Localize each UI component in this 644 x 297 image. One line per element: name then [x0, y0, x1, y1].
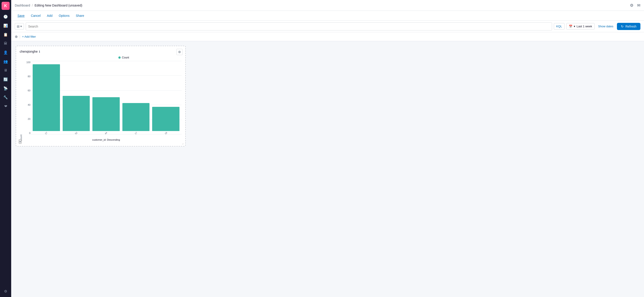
sidebar-icon-tools[interactable]: 🔧	[2, 93, 10, 101]
sidebar-icon-apm[interactable]: ❤	[2, 102, 10, 110]
y-tick-20: 20	[28, 118, 30, 120]
panel-list-button[interactable]: ≡	[19, 139, 22, 144]
main-content: Dashboard / Editing New Dashboard (unsav…	[11, 0, 644, 297]
filter-toggle-icon[interactable]: ⊕	[15, 35, 18, 39]
search-input[interactable]	[28, 25, 550, 28]
breadcrumb-base: Dashboard	[15, 4, 30, 7]
filter-chevron-icon: ▾	[20, 25, 22, 28]
legend-label: Count	[122, 56, 129, 59]
app-logo[interactable]: K	[2, 2, 10, 10]
topbar-icons: ⚙ ✉	[630, 3, 640, 8]
list-icon: ≡	[19, 140, 21, 143]
bar-17	[122, 103, 150, 131]
refresh-icon: ↻	[621, 25, 624, 28]
breadcrumb-separator: /	[32, 4, 33, 7]
panel-title: chenqionghe ℹ	[20, 50, 182, 53]
settings-icon[interactable]: ⚙	[630, 3, 634, 8]
save-button[interactable]: Save	[15, 13, 27, 19]
filterbar: ⊕ | + Add filter	[11, 32, 644, 41]
dashboard-canvas: chenqionghe ℹ ⚙ Count Count 100	[11, 41, 644, 297]
bar-group-18: 18	[152, 61, 180, 134]
x-axis-title: customer_id: Descending	[92, 138, 120, 141]
sidebar-icon-user[interactable]: 👤	[2, 48, 10, 57]
breadcrumb: Dashboard / Editing New Dashboard (unsav…	[15, 4, 82, 7]
chart-content: Count 100 80 60 40 20 0	[23, 56, 182, 141]
sidebar-icon-monitor[interactable]: 🖥	[2, 66, 10, 74]
y-tick-80: 80	[28, 75, 30, 78]
mail-icon[interactable]: ✉	[637, 3, 640, 8]
x-axis-bottom: customer_id: Descending	[30, 134, 182, 141]
sidebar: K 🕐 📊 📋 🏛 👤 👥 🖥 🔄 📡 🔧 ❤ ⚙	[0, 0, 11, 297]
panel-settings-icon: ⚙	[178, 50, 181, 54]
sidebar-icon-dashboard[interactable]: 📊	[2, 22, 10, 30]
add-filter-button[interactable]: + Add filter	[22, 35, 36, 38]
panel-chenqionghe: chenqionghe ℹ ⚙ Count Count 100	[16, 46, 186, 146]
sidebar-icon-clock[interactable]: 🕐	[2, 13, 10, 21]
kql-button[interactable]: KQL	[554, 23, 564, 30]
y-tick-40: 40	[28, 104, 30, 106]
page-title: Editing New Dashboard (unsaved)	[34, 4, 82, 7]
bar-group-17: 17	[122, 61, 150, 134]
options-button[interactable]: Options	[56, 13, 72, 19]
panel-settings-button[interactable]: ⚙	[176, 49, 182, 55]
bar-group-27: 27	[33, 61, 60, 134]
show-dates-button[interactable]: Show dates	[596, 25, 615, 28]
refresh-label: Refresh	[626, 25, 636, 28]
sidebar-icon-settings[interactable]: ⚙	[2, 287, 10, 295]
time-picker[interactable]: 📅 ▾ Last 1 week	[566, 23, 594, 30]
bar-44	[92, 97, 120, 131]
chart-area: Count Count 100 80 60 40 20 0	[20, 56, 182, 141]
panel-info-icon: ℹ	[39, 50, 40, 53]
panel-title-text: chenqionghe	[20, 50, 38, 53]
search-input-wrap[interactable]	[26, 23, 552, 31]
sidebar-icon-canvas[interactable]: 📋	[2, 31, 10, 39]
searchbar: ▤ ▾ KQL 📅 ▾ Last 1 week Show dates ↻ Ref…	[11, 21, 644, 32]
calendar-chevron-icon: ▾	[574, 25, 575, 28]
filter-button[interactable]: ▤ ▾	[15, 23, 24, 30]
filter-separator: |	[20, 35, 20, 39]
bar-27	[33, 64, 60, 131]
sidebar-icon-visualize[interactable]: 🏛	[2, 40, 10, 48]
y-tick-60: 60	[28, 89, 30, 92]
y-axis-label: Count	[20, 56, 22, 141]
legend-dot	[118, 57, 120, 59]
add-button[interactable]: Add	[44, 13, 55, 19]
resize-handle[interactable]: ⌟	[182, 142, 184, 145]
bar-group-52: 52	[63, 61, 90, 134]
sidebar-icon-refresh[interactable]: 🔄	[2, 75, 10, 83]
filter-icon: ▤	[17, 25, 20, 28]
topbar: Dashboard / Editing New Dashboard (unsav…	[11, 0, 644, 11]
calendar-icon: 📅	[569, 25, 572, 28]
bar-18	[152, 107, 180, 131]
y-tick-100: 100	[26, 61, 30, 64]
time-range-label: Last 1 week	[577, 25, 592, 28]
sidebar-icon-users[interactable]: 👥	[2, 57, 10, 65]
cancel-button[interactable]: Cancel	[28, 13, 44, 19]
y-ticks: 100 80 60 40 20 0	[23, 61, 30, 141]
chart-legend: Count	[118, 56, 182, 59]
bars-container: 27 52 44	[30, 61, 182, 134]
bar-52	[63, 96, 90, 131]
sidebar-icon-signal[interactable]: 📡	[2, 84, 10, 92]
editbar: Save Cancel Add Options Share	[11, 11, 644, 21]
chart-inner: 100 80 60 40 20 0	[23, 61, 182, 141]
share-button[interactable]: Share	[73, 13, 87, 19]
refresh-button[interactable]: ↻ Refresh	[617, 23, 640, 30]
bars-area: 27 52 44	[30, 61, 182, 141]
bar-group-44: 44	[92, 61, 120, 134]
